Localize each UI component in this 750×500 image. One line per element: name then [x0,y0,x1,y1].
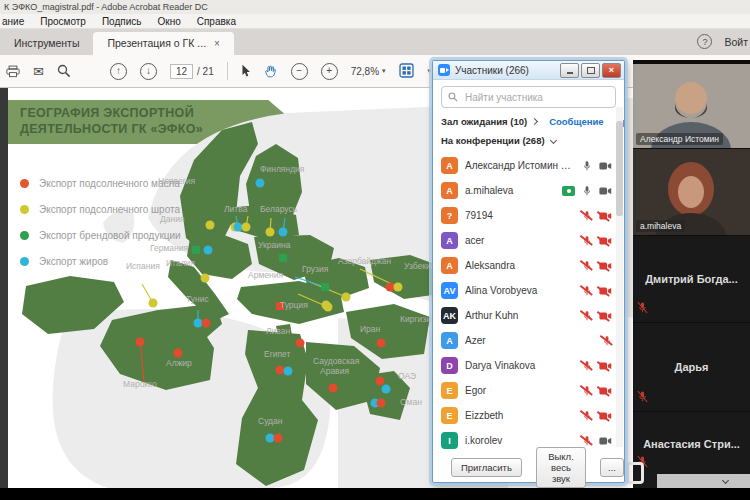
logo-outline [626,462,644,484]
waiting-room-label[interactable]: Зал ожидания (10) [441,116,527,127]
avatar: А [441,157,458,174]
zoom-in-button[interactable]: + [321,63,338,80]
tab-close-icon[interactable]: × [214,38,220,49]
menu-item[interactable]: Подпись [102,16,142,27]
participant-row[interactable]: ?79194 [433,203,616,228]
map-country-label: Украина [258,240,291,250]
video-tile[interactable]: Дарья [633,323,750,411]
panel-titlebar[interactable]: Участники (266) × [433,61,624,80]
participant-row[interactable]: АAleksandra [433,253,616,278]
avatar: D [441,357,458,374]
legend-label: Экспорт подсолнечного масла [39,178,180,189]
window-titlebar[interactable]: К ЭФКО_magistral.pdf - Adobe Acrobat Rea… [0,0,750,14]
camera-off-icon [599,411,612,421]
mic-icon [582,385,592,397]
participant-row[interactable]: AVAlina Vorobyeva [433,278,616,303]
scrollbar-thumb[interactable] [616,121,623,216]
scrollbar[interactable] [616,107,623,447]
participant-row[interactable]: DDarya Vinakova [433,353,616,378]
participant-row[interactable]: EEizzbeth [433,403,616,428]
help-icon[interactable]: ? [697,34,712,49]
menu-item[interactable]: ание [2,16,24,27]
camera-icon [599,261,612,271]
participant-name: a.mihaleva [465,185,555,196]
hand-tool-icon[interactable] [264,64,278,79]
video-name-label: a.mihaleva [636,220,685,232]
search-box[interactable] [441,86,616,108]
map-country-label: Грузия [302,264,329,274]
message-link[interactable]: Сообщение [549,116,604,127]
map-marker [276,366,285,375]
page-display-dropdown[interactable]: ▾ [428,67,432,75]
mic-icon [582,410,592,422]
avatar: A [441,332,458,349]
map-marker [201,274,210,283]
print-icon[interactable] [6,65,20,78]
participant-row[interactable]: Aacer [433,228,616,253]
map-marker [377,399,386,408]
map-marker [279,228,288,237]
maximize-button[interactable] [581,63,600,78]
sign-in-button[interactable]: Войт [724,36,748,48]
video-strip: Александр Истоминa.mihalevaДмитрий Богда… [633,60,750,474]
next-page-button[interactable]: ↓ [140,63,157,80]
minimize-button[interactable] [560,63,579,78]
search-input[interactable] [463,91,609,104]
select-tool-icon[interactable] [241,64,251,78]
camera-off-icon [599,261,612,271]
video-scroll-strip[interactable] [633,474,750,488]
menu-item[interactable]: Окно [157,16,180,27]
in-meeting-row[interactable]: На конференции (268) [433,127,624,146]
map-marker [204,246,213,255]
email-icon[interactable]: ✉ [33,65,44,78]
window-title: К ЭФКО_magistral.pdf - Adobe Acrobat Rea… [4,2,208,12]
participants-panel: Участники (266) × Зал ожидания (10) Сооб… [432,60,625,483]
zoom-out-button[interactable]: − [291,63,308,80]
participant-row[interactable]: AKArthur Kuhn [433,303,616,328]
invite-button[interactable]: Пригласить [451,458,522,477]
video-tile[interactable]: a.mihaleva [633,149,750,235]
mic-muted-icon [582,210,592,222]
participant-row[interactable]: Ii.korolev [433,428,616,453]
mic-muted-icon [637,301,648,314]
mic-muted-icon [637,390,648,403]
participant-row[interactable]: EEgor [433,378,616,403]
map-country-label: Ливан [266,326,290,336]
menu-item[interactable]: Справка [197,16,236,27]
legend-row: Экспорт подсолнечного шрота [20,204,181,215]
participant-name: Egor [465,385,571,396]
participant-row[interactable]: ААлександр Истомин (Организатор, я) [433,153,616,178]
map-marker [296,339,305,348]
mute-all-button[interactable]: Выкл. весь звук [536,447,586,488]
map-marker [284,367,293,376]
map-marker [192,246,200,254]
mic-icon [582,260,592,272]
participant-row[interactable]: AAzer [433,328,616,353]
participant-row[interactable]: Aa.mihaleva [433,178,616,203]
participant-name: Darya Vinakova [465,360,571,371]
close-button[interactable]: × [602,63,621,78]
mic-muted-icon [582,310,592,322]
camera-off-icon [599,361,612,371]
tab-document[interactable]: Презентация о ГК ... × [93,32,233,55]
previous-page-button[interactable]: ↑ [110,63,127,80]
map-country-label: Финляндия [260,164,305,174]
page-number-input[interactable]: 12 [170,64,193,79]
video-name-label: Александр Истомин [636,133,723,145]
map-country-label: Киргизия [400,314,436,324]
video-tile[interactable]: Александр Истомин [633,64,750,148]
more-button[interactable]: ... [600,458,624,477]
legend-label: Экспорт подсолнечного шрота [39,204,180,215]
page-display-icon[interactable] [399,63,415,79]
search-icon[interactable] [57,64,71,78]
map-marker [149,299,158,308]
avatar: А [441,257,458,274]
map-country-label: Тунис [186,294,209,304]
zoom-level-dropdown[interactable]: 72,8% ▾ [351,66,386,77]
screen-bottom-bar [0,488,750,500]
tab-tools[interactable]: Инструменты [0,32,93,55]
mic-icon [602,335,612,347]
video-tile[interactable]: Анастасия Стри... [633,412,750,476]
menu-item[interactable]: Просмотр [40,16,86,27]
video-tile[interactable]: Дмитрий Богда... [633,236,750,322]
